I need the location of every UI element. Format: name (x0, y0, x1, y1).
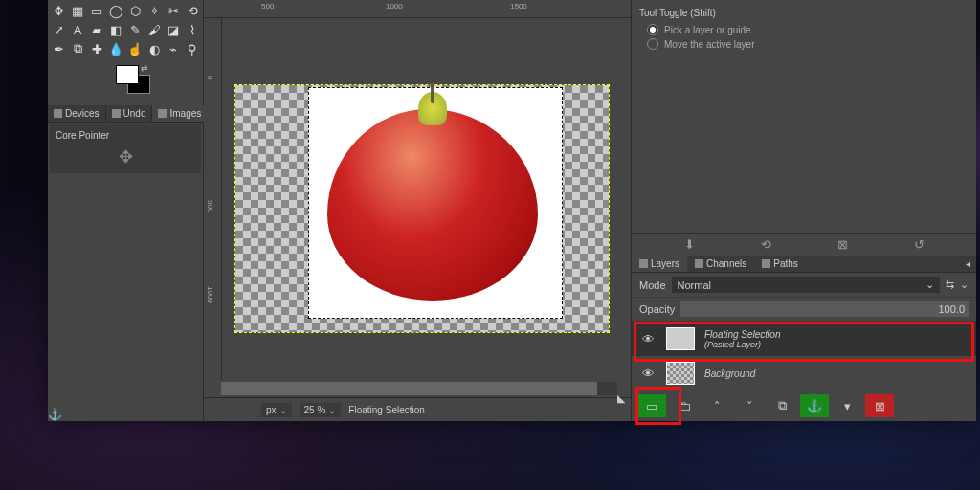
toolbox: ✥ ▦ ▭ ◯ ⬡ ✧ ✂ ⟲ ⤢ A ▰ ◧ ✎ 🖌 ◪ ⌇ ✒ ⧉ ✚ 💧 … (48, 0, 204, 421)
anchor-layer-button[interactable]: ⚓ (800, 394, 829, 417)
status-bar: px⌄ 25 %⌄ Floating Selection (204, 397, 631, 421)
tool-smudge[interactable]: ☝ (126, 40, 144, 57)
chevron-down-icon: ⌄ (328, 405, 336, 415)
delete-options-icon[interactable]: ⊠ (837, 237, 848, 252)
move-cursor-icon: ✥ (56, 146, 195, 167)
tool-align[interactable]: ▦ (69, 2, 86, 19)
tool-color-picker[interactable]: ⚲ (184, 40, 201, 57)
tool-ink[interactable]: ✒ (50, 40, 67, 57)
channels-icon (695, 259, 703, 268)
scrollbar-horizontal[interactable] (221, 382, 617, 395)
restore-options-icon[interactable]: ⟲ (761, 237, 771, 252)
ruler-horizontal[interactable]: 500 1000 1500 (204, 0, 631, 18)
ruler-tick: 1000 (206, 286, 214, 303)
tab-channels[interactable]: Channels (687, 256, 754, 272)
anchor-icon[interactable]: ⚓ (48, 408, 61, 421)
zoom-selector[interactable]: 25 %⌄ (300, 403, 342, 417)
radio-pick-layer[interactable]: Pick a layer or guide (647, 24, 969, 35)
opacity-row: Opacity 100.0 (632, 298, 976, 322)
tool-airbrush[interactable]: ⌇ (184, 21, 201, 38)
delete-layer-button[interactable]: ⊠ (865, 394, 894, 417)
tab-paths[interactable]: Paths (754, 256, 806, 272)
merge-down-button[interactable]: ▾ (833, 394, 861, 417)
nav-preview-icon[interactable]: ◣ (617, 392, 629, 404)
tool-grid: ✥ ▦ ▭ ◯ ⬡ ✧ ✂ ⟲ ⤢ A ▰ ◧ ✎ 🖌 ◪ ⌇ ✒ ⧉ ✚ 💧 … (48, 0, 203, 59)
tool-free-select[interactable]: ⬡ (126, 2, 144, 19)
tool-move[interactable]: ✥ (50, 2, 67, 19)
layer-background[interactable]: 👁 Background (632, 356, 976, 390)
status-text: Floating Selection (348, 405, 425, 415)
dock-tabs: Devices Undo Images ◂ (48, 105, 203, 122)
tab-layers[interactable]: Layers (632, 256, 687, 272)
chevron-down-icon[interactable]: ⌄ (960, 278, 969, 291)
tool-text[interactable]: A (69, 21, 86, 38)
canvas-viewport[interactable] (222, 18, 631, 380)
swap-colors-icon[interactable]: ⇄ (141, 63, 148, 73)
layer-name: Floating Selection(Pasted Layer) (704, 329, 969, 349)
chevron-down-icon: ⌄ (925, 278, 934, 291)
canvas-area: 500 1000 1500 0 500 1000 ◣ px⌄ 25 %⌄ Flo… (204, 0, 631, 421)
radio-move-active[interactable]: Move the active layer (647, 38, 969, 50)
tool-ellipse[interactable]: ◯ (107, 2, 124, 19)
fg-color[interactable] (116, 65, 139, 84)
tool-bucket[interactable]: ▰ (88, 21, 105, 38)
layer-thumbnail (666, 327, 695, 350)
tool-eraser[interactable]: ◪ (165, 21, 182, 38)
tool-gradient[interactable]: ◧ (107, 21, 124, 38)
tool-scale[interactable]: ⤢ (50, 21, 67, 38)
undo-icon (112, 109, 121, 118)
visibility-toggle[interactable]: 👁 (639, 367, 657, 381)
tool-pencil[interactable]: ✎ (126, 21, 144, 38)
save-options-icon[interactable]: ⬇ (684, 237, 695, 252)
tool-options-title: Tool Toggle (Shift) (639, 8, 969, 18)
tab-label: Channels (706, 258, 746, 269)
devices-icon (54, 109, 62, 118)
device-pane: Core Pointer ✥ (50, 124, 201, 173)
images-icon (158, 109, 167, 118)
tool-dodge[interactable]: ◐ (145, 40, 163, 57)
tab-label: Paths (773, 258, 798, 269)
duplicate-layer-button[interactable]: ⧉ (768, 394, 796, 417)
layer-floating-selection[interactable]: 👁 Floating Selection(Pasted Layer) (632, 322, 976, 356)
ruler-tick: 1500 (510, 2, 527, 11)
lower-layer-button[interactable]: ˅ (735, 394, 764, 417)
tool-options: Tool Toggle (Shift) Pick a layer or guid… (632, 0, 976, 234)
reset-options-icon[interactable]: ↺ (914, 237, 924, 252)
ruler-vertical[interactable]: 0 500 1000 (204, 18, 222, 380)
mode-switch-icon[interactable]: ⇆ (946, 278, 954, 291)
layer-list: 👁 Floating Selection(Pasted Layer) 👁 Bac… (632, 322, 976, 390)
raise-layer-button[interactable]: ˄ (702, 394, 731, 417)
radio-label: Pick a layer or guide (664, 25, 751, 35)
opacity-slider[interactable]: 100.0 (680, 301, 969, 317)
new-group-button[interactable]: 🗀 (670, 394, 699, 417)
tool-brush[interactable]: 🖌 (145, 21, 163, 38)
tool-crop[interactable]: ✂ (165, 2, 182, 19)
layers-menu-icon[interactable]: ◂ (960, 256, 976, 272)
tool-rect-select[interactable]: ▭ (88, 2, 105, 19)
gimp-window: ✥ ▦ ▭ ◯ ⬡ ✧ ✂ ⟲ ⤢ A ▰ ◧ ✎ 🖌 ◪ ⌇ ✒ ⧉ ✚ 💧 … (48, 0, 976, 421)
ruler-tick: 500 (206, 200, 214, 212)
tool-path[interactable]: ⌁ (165, 40, 182, 57)
tab-devices[interactable]: Devices (48, 105, 106, 122)
ruler-tick: 1000 (386, 2, 403, 11)
layer-buttons: ▭ 🗀 ˄ ˅ ⧉ ⚓ ▾ ⊠ (632, 390, 976, 421)
ruler-tick: 500 (261, 2, 274, 11)
unit-selector[interactable]: px⌄ (261, 403, 292, 417)
opacity-label: Opacity (639, 303, 675, 315)
ruler-tick: 0 (206, 76, 214, 79)
new-layer-button[interactable]: ▭ (637, 394, 666, 417)
tab-images[interactable]: Images (152, 105, 208, 122)
tool-heal[interactable]: ✚ (88, 40, 105, 57)
mode-selector[interactable]: Normal⌄ (672, 277, 940, 293)
tab-undo[interactable]: Undo (106, 105, 153, 122)
layers-icon (639, 259, 648, 268)
chevron-down-icon: ⌄ (279, 405, 287, 415)
tab-label: Layers (651, 258, 679, 269)
radio-label: Move the active layer (664, 39, 755, 50)
tool-rotate[interactable]: ⟲ (184, 2, 201, 19)
tool-clone[interactable]: ⧉ (69, 40, 86, 57)
visibility-toggle[interactable]: 👁 (639, 332, 657, 346)
tool-blur[interactable]: 💧 (107, 40, 124, 57)
color-swatches[interactable]: ⇄ (106, 65, 145, 100)
tool-fuzzy[interactable]: ✧ (145, 2, 163, 19)
